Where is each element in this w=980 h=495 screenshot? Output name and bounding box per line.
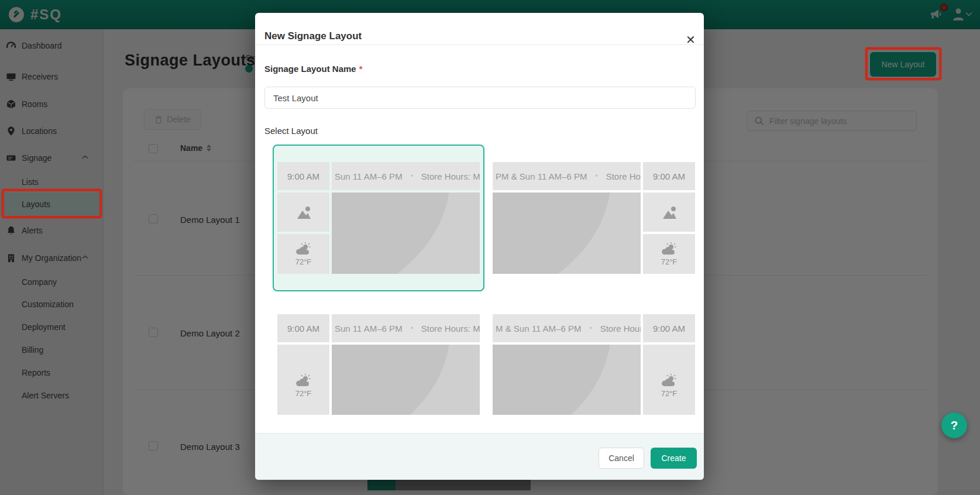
- ticker-separator-dot: •: [595, 172, 597, 180]
- clock-widget: 9:00 AM: [277, 314, 329, 342]
- select-layout-label: Select Layout: [264, 126, 318, 136]
- ticker-separator-dot: •: [411, 324, 413, 332]
- modal-body: Signage Layout Name* Select Layout 9:00 …: [255, 45, 704, 415]
- ticker-text: Store Hours: Mon–Sa: [421, 171, 480, 181]
- ticker-widget: M & Sun 11 AM–6 PM • Store Hours: M: [493, 314, 641, 342]
- media-placeholder: [332, 192, 480, 274]
- close-icon[interactable]: ✕: [686, 34, 696, 46]
- ticker-text: PM & Sun 11 AM–6 PM: [496, 171, 587, 181]
- temperature-label: 72°F: [661, 257, 678, 266]
- ticker-widget: Sun 11 AM–6 PM • Store Hours: Mon–Sa: [332, 314, 480, 342]
- layout-option-2[interactable]: 9:00 AM: [488, 145, 700, 291]
- clock-widget: 9:00 AM: [277, 162, 329, 190]
- modal-footer: Cancel Create: [255, 433, 704, 480]
- media-placeholder: [493, 192, 641, 274]
- weather-sun-cloud-icon: [295, 373, 312, 387]
- media-placeholder: [493, 345, 641, 415]
- layout-thumbnail: 9:00 AM 72°F: [493, 314, 695, 415]
- weather-widget: 72°F: [643, 345, 695, 415]
- ticker-text: Store Hours: Mon–Sa: [421, 324, 480, 334]
- image-placeholder-icon: [660, 205, 679, 220]
- app-root: #SQ Dashboard Receiv: [0, 0, 980, 495]
- weather-widget: 72°F: [277, 234, 329, 274]
- media-curve-shape: [493, 345, 641, 415]
- weather-sun-cloud-icon: [661, 242, 678, 256]
- media-curve-shape: [332, 192, 480, 274]
- clock-widget: 9:00 AM: [643, 162, 695, 190]
- new-signage-layout-modal: New Signage Layout ✕ Signage Layout Name…: [255, 13, 704, 480]
- weather-widget: 72°F: [277, 345, 329, 415]
- layout-option-3[interactable]: 9:00 AM 72°F: [273, 297, 484, 415]
- weather-widget: 72°F: [643, 234, 695, 274]
- ticker-text: Store Hours: M: [606, 171, 641, 181]
- ticker-widget: Sun 11 AM–6 PM • Store Hours: Mon–Sa: [332, 162, 480, 190]
- layout-option-1[interactable]: 9:00 AM: [273, 145, 484, 291]
- layout-thumbnail: 9:00 AM: [277, 162, 480, 274]
- layout-thumbnail: 9:00 AM 72°F: [277, 314, 480, 415]
- media-curve-shape: [332, 345, 480, 415]
- layout-option-4[interactable]: 9:00 AM 72°F: [488, 297, 700, 415]
- ticker-separator-dot: •: [411, 172, 413, 180]
- modal-title: New Signage Layout: [264, 30, 362, 42]
- ticker-separator-dot: •: [589, 324, 592, 332]
- clock-widget: 9:00 AM: [643, 314, 695, 342]
- layout-thumbnail: 9:00 AM: [493, 162, 695, 274]
- image-widget: [277, 192, 329, 232]
- weather-sun-cloud-icon: [295, 242, 312, 256]
- image-widget: [643, 192, 695, 232]
- required-asterisk: *: [359, 64, 363, 74]
- create-button[interactable]: Create: [651, 448, 697, 469]
- signage-layout-name-input[interactable]: [264, 87, 696, 109]
- annotation-box-layouts: [2, 189, 102, 218]
- ticker-text: Sun 11 AM–6 PM: [335, 171, 403, 181]
- ticker-text: Store Hours: M: [600, 324, 641, 334]
- ticker-widget: PM & Sun 11 AM–6 PM • Store Hours: M: [493, 162, 641, 190]
- cancel-button[interactable]: Cancel: [599, 448, 644, 469]
- help-button[interactable]: ?: [941, 412, 967, 438]
- temperature-label: 72°F: [295, 257, 312, 266]
- media-curve-shape: [493, 192, 641, 274]
- weather-sun-cloud-icon: [661, 373, 678, 387]
- name-field-label: Signage Layout Name*: [264, 64, 363, 74]
- media-placeholder: [332, 345, 480, 415]
- ticker-text: M & Sun 11 AM–6 PM: [496, 324, 581, 334]
- image-placeholder-icon: [294, 205, 313, 220]
- name-field-label-text: Signage Layout Name: [264, 64, 356, 74]
- temperature-label: 72°F: [661, 389, 678, 398]
- ticker-text: Sun 11 AM–6 PM: [335, 324, 403, 334]
- annotation-box-new-layout: [865, 47, 941, 80]
- temperature-label: 72°F: [295, 389, 312, 398]
